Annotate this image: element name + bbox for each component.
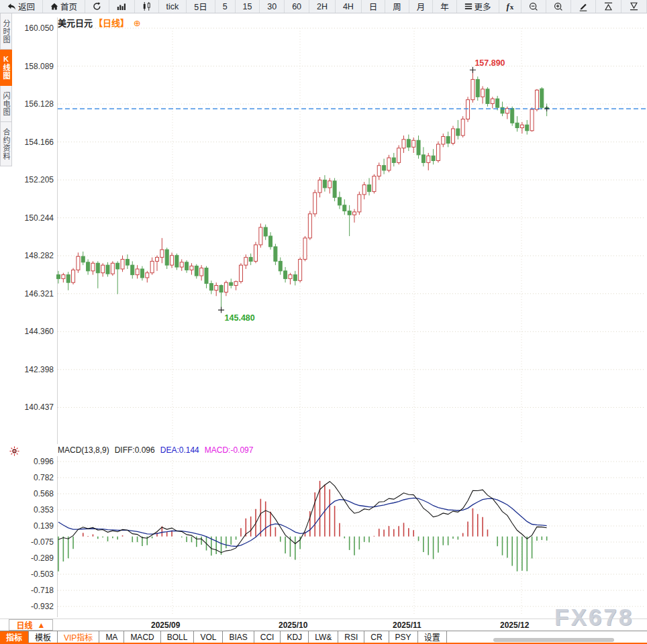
high-annotation: 157.890	[475, 58, 505, 68]
macd-chart[interactable]: 0.9960.7820.5680.3530.139-0.075-0.289-0.…	[0, 455, 647, 620]
price-axis-tick: 150.244	[25, 213, 54, 223]
zoom-in-button[interactable]	[546, 0, 571, 13]
candle-chart-button[interactable]	[135, 0, 159, 13]
add-compare-icon[interactable]: ⊕	[134, 18, 141, 28]
xaxis-label: 2025/10	[279, 621, 307, 630]
xaxis-label: 2025/09	[151, 621, 180, 630]
tab-contract-info[interactable]: 合约资料	[0, 122, 12, 166]
tab-cr[interactable]: CR	[364, 631, 389, 643]
period-30-button[interactable]: 30	[260, 0, 285, 13]
period-5-button-label: 5	[223, 2, 228, 11]
macd-axis-tick: -0.503	[31, 570, 54, 579]
price-axis-tick: 142.398	[25, 365, 54, 374]
period-year-button[interactable]: 年	[433, 0, 456, 13]
refresh-button[interactable]	[85, 0, 109, 13]
tab-time-chart[interactable]: 分时图	[0, 13, 12, 50]
tab-boll[interactable]: BOLL	[161, 631, 195, 643]
area-chart-button[interactable]	[109, 0, 135, 13]
tab-kline-chart[interactable]: K线图	[0, 50, 12, 86]
chart-title: 美元日元【日线】 ⊕	[58, 16, 141, 29]
period-year-button-label: 年	[440, 0, 449, 13]
period-60-button-label: 60	[292, 2, 301, 11]
macd-axis-tick: 0.996	[34, 457, 54, 466]
period-60-button[interactable]: 60	[285, 0, 309, 13]
refresh-icon	[93, 2, 101, 11]
tab-bias[interactable]: BIAS	[223, 631, 254, 643]
horizontal-scrollbar[interactable]	[493, 638, 614, 642]
tri-down-icon	[629, 2, 639, 11]
xaxis-label: 2025/12	[500, 621, 529, 630]
tab-cci[interactable]: CCI	[254, 631, 281, 643]
macd-axis-tick: -0.289	[31, 553, 54, 563]
price-axis-tick: 152.205	[25, 175, 54, 184]
period-tag: 【日线】	[94, 18, 129, 28]
back-button[interactable]: 返回	[0, 0, 43, 13]
pencil-icon	[579, 2, 588, 11]
period-week-button-label: 周	[393, 0, 401, 13]
symbol-name: 美元日元	[58, 18, 93, 28]
fx-button[interactable]: fx	[499, 0, 522, 13]
period-15-button[interactable]: 15	[236, 0, 260, 13]
more-button[interactable]: 更多	[457, 0, 499, 13]
macd-dea-value: DEA:0.144	[160, 445, 199, 455]
tab-kdj[interactable]: KDJ	[281, 631, 309, 643]
tab-ma[interactable]: MA	[99, 631, 124, 643]
last-price-cross	[544, 106, 550, 111]
more-button-label: 更多	[475, 0, 491, 13]
price-axis-tick: 160.050	[25, 23, 54, 33]
draw-button[interactable]	[571, 0, 596, 13]
period-day-button[interactable]: 日	[362, 0, 385, 13]
tick-button[interactable]: tick	[159, 0, 187, 13]
home-button-label: 首页	[60, 0, 77, 13]
tab-lightning-chart[interactable]: 闪电图	[0, 86, 12, 122]
fx-icon: fx	[507, 1, 514, 12]
period-4h-button[interactable]: 4H	[336, 0, 362, 13]
tab-macd[interactable]: MACD	[124, 631, 160, 643]
period-selector[interactable]: 日线▲	[9, 619, 53, 631]
macd-hist-value: MACD:-0.097	[205, 445, 254, 455]
period-2h-button-label: 2H	[317, 2, 328, 11]
macd-axis-tick: -0.932	[31, 602, 54, 611]
zoom-out-icon	[529, 2, 538, 11]
low-annotation: 145.480	[225, 313, 255, 323]
macd-diff-value: DIFF:0.096	[115, 445, 155, 455]
price-axis-tick: 154.166	[25, 138, 54, 147]
tab-template[interactable]: 模板	[29, 631, 58, 643]
period-15-button-label: 15	[243, 2, 252, 11]
tab-vol[interactable]: VOL	[194, 631, 223, 643]
tab-lw[interactable]: LW&	[309, 631, 338, 643]
period-month-button[interactable]: 月	[409, 0, 433, 13]
price-axis-tick: 148.282	[25, 251, 54, 260]
macd-axis-tick: -0.075	[31, 537, 54, 547]
candle-chart-icon	[142, 2, 151, 11]
crosshair-target-icon[interactable]	[9, 446, 19, 459]
period-5d-button-label: 5日	[194, 0, 207, 13]
macd-axis-tick: 0.568	[34, 489, 54, 498]
tab-indicator[interactable]: 指标	[0, 631, 29, 643]
macd-axis-tick: 0.782	[34, 473, 54, 482]
marker-down-button[interactable]	[621, 0, 647, 13]
tab-settings[interactable]: 设置	[418, 631, 447, 643]
price-chart[interactable]: 160.050158.089156.128154.166152.205150.2…	[0, 13, 647, 449]
macd-axis-tick: -0.718	[31, 586, 54, 595]
tab-rsi[interactable]: RSI	[338, 631, 364, 643]
candles	[57, 70, 549, 310]
zoom-out-button[interactable]	[521, 0, 546, 13]
tab-psy[interactable]: PSY	[389, 631, 418, 643]
period-week-button[interactable]: 周	[385, 0, 409, 13]
back-button-label: 返回	[18, 0, 35, 13]
xaxis-label: 2025/11	[393, 621, 421, 630]
period-2h-button[interactable]: 2H	[309, 0, 336, 13]
period-day-button-label: 日	[369, 0, 378, 13]
tab-vip-indicator[interactable]: VIP指标	[58, 631, 99, 643]
back-icon	[7, 3, 16, 11]
period-5d-button[interactable]: 5日	[187, 0, 215, 13]
home-button[interactable]: 首页	[43, 0, 85, 13]
period-5-button[interactable]: 5	[215, 0, 236, 13]
price-axis-tick: 144.360	[25, 327, 54, 336]
price-axis-tick: 140.437	[25, 402, 54, 412]
price-axis-tick: 156.128	[25, 99, 54, 109]
dea-line	[58, 498, 547, 546]
toolbar: 返回首页tick5日51530602H4H日周月年更多fx	[0, 0, 647, 13]
marker-up-button[interactable]	[596, 0, 621, 13]
